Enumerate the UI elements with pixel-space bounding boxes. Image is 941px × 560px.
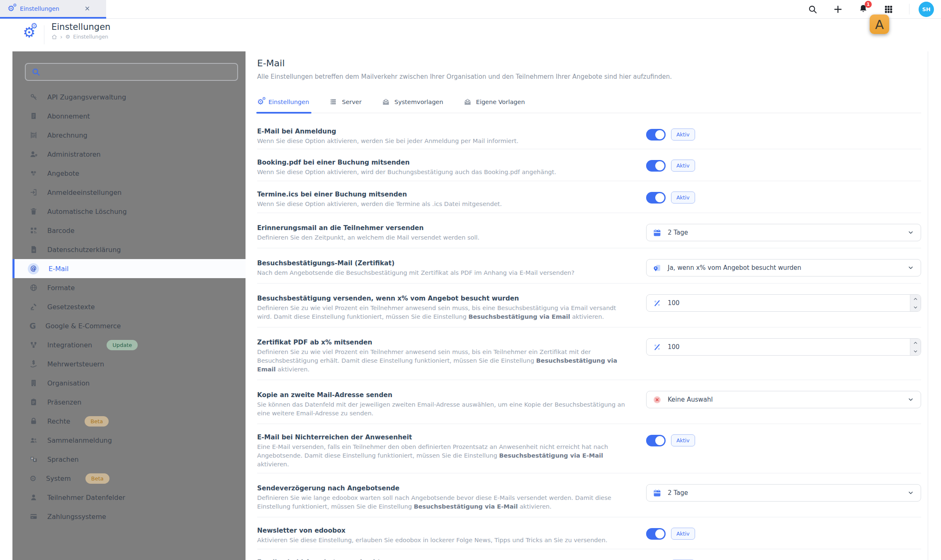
setting-description: Wenn Sie diese Option aktivieren, wird d… <box>257 168 626 177</box>
settings-row: Besuchsbestätigungs-Mail (Zertifikat)Nac… <box>257 248 921 284</box>
apps-grid-icon[interactable] <box>884 5 893 14</box>
search-icon[interactable] <box>808 5 817 14</box>
sidebar-item-system[interactable]: ⚙SystemBeta <box>12 469 246 488</box>
toggle-switch[interactable] <box>646 528 666 540</box>
sidebar-item-angebote[interactable]: Angebote <box>12 164 246 183</box>
sidebar-item-sammelanmeldung[interactable]: Sammelanmeldung <box>12 431 246 450</box>
top-bar: ⚙⚙ Einstellungen 1 SH <box>0 0 941 19</box>
toggle-switch[interactable] <box>646 129 666 141</box>
tax-icon <box>29 360 38 368</box>
sidebar-item-label: Sprachen <box>47 456 79 463</box>
notifications-icon[interactable]: 1 <box>858 4 868 15</box>
browser-tab-einstellungen[interactable]: ⚙⚙ Einstellungen <box>0 0 106 19</box>
sidebar-item-formate[interactable]: Formate <box>12 278 246 297</box>
spinner-down[interactable] <box>910 347 921 355</box>
tab-systemvorlagen[interactable]: Systemvorlagen <box>382 98 443 113</box>
sidebar-item-zahlungssysteme[interactable]: Zahlungssysteme <box>12 507 246 526</box>
select-field[interactable]: Keine Auswahl <box>646 391 921 408</box>
sidebar-item-google-e-commerce[interactable]: GGoogle & E-Commerce <box>12 316 246 335</box>
setting-title: E-Mail bei Nichterreichen der Anwesenhei… <box>257 433 626 442</box>
spinner-up[interactable] <box>910 339 921 347</box>
spinner-down[interactable] <box>910 303 921 311</box>
number-input[interactable]: 100 <box>646 338 921 356</box>
breadcrumb: › ⚙ Einstellungen <box>51 34 110 40</box>
spinner <box>910 295 921 311</box>
sidebar-item-gesetzestexte[interactable]: Gesetzestexte <box>12 297 246 316</box>
close-icon[interactable] <box>84 5 90 12</box>
sidebar-item-automatische-löschung[interactable]: Automatische Löschung <box>12 202 246 221</box>
mailopen-icon <box>382 98 390 106</box>
home-icon[interactable] <box>51 34 57 40</box>
calendar-icon <box>653 489 661 497</box>
settings-row: Kopie an zweite Mail-Adresse sendenSie k… <box>257 380 921 424</box>
select-field[interactable]: Ja, wenn x% vom Angebot besucht wurden <box>646 259 921 276</box>
sidebar-item-rechte[interactable]: RechteBeta <box>12 412 246 431</box>
sidebar-item-label: System <box>46 475 71 482</box>
settings-row: Zertifikat PDF ab x% mitsendenDefinieren… <box>257 327 921 380</box>
sidebar-item-label: Angebote <box>47 170 79 177</box>
select-field[interactable]: 2 Tage <box>646 224 921 241</box>
sidebar-item-datenschutzerklärung[interactable]: Datenschutzerklärung <box>12 240 246 259</box>
sidebar-item-label: Barcode <box>47 227 75 235</box>
sidebar-item-teilnehmer-datenfelder[interactable]: Teilnehmer Datenfelder <box>12 488 246 507</box>
browser-tab-label: Einstellungen <box>20 5 59 12</box>
sidebar-item-label: Integrationen <box>47 341 92 349</box>
setting-description: Definieren Sie den Zeitpunkt, an welchem… <box>257 233 626 242</box>
setting-title: Erinnerungsmail an die Teilnehmer versen… <box>257 224 626 233</box>
sidebar-item-sprachen[interactable]: AESprachen <box>12 450 246 469</box>
number-input[interactable]: 100 <box>646 294 921 312</box>
spinner <box>910 339 921 355</box>
plus-icon[interactable] <box>833 5 843 14</box>
tab-label: Eigene Vorlagen <box>476 99 525 105</box>
toggle-switch[interactable] <box>646 192 666 204</box>
sidebar-item-label: Präsenzen <box>47 398 81 406</box>
sidebar-item-abonnement[interactable]: Abonnement <box>12 107 246 126</box>
setting-title: Besuchsbestätigungs-Mail (Zertifikat) <box>257 259 626 268</box>
setting-description: Definieren Sie zu wie viel Prozent ein T… <box>257 304 626 321</box>
setting-title: Email sobald Angebot ausgebucht <box>257 558 626 560</box>
doc-icon <box>29 245 38 254</box>
avatar[interactable]: SH <box>919 2 934 17</box>
status-badge: Aktiv <box>671 434 695 446</box>
admin-icon <box>29 150 38 158</box>
search-input[interactable] <box>44 68 231 76</box>
mailopen-icon <box>464 98 472 106</box>
sidebar-item-mehrwertsteuern[interactable]: Mehrwertsteuern <box>12 354 246 373</box>
tab-label: Server <box>342 99 362 105</box>
sidebar-item-e-mail[interactable]: @E-Mail <box>12 259 246 278</box>
breadcrumb-gear-icon: ⚙ <box>66 34 71 39</box>
sidebar-item-anmeldeeinstellungen[interactable]: Anmeldeeinstellungen <box>12 183 246 202</box>
sidebar-item-integrationen[interactable]: IntegrationenUpdate <box>12 335 246 354</box>
toggle-switch[interactable] <box>646 435 666 446</box>
tab-einstellungen[interactable]: ⚙⚙Einstellungen <box>257 98 309 113</box>
sidebar-item-abrechnung[interactable]: Abrechnung <box>12 126 246 145</box>
select-field[interactable]: 2 Tage <box>646 484 921 502</box>
sidebar-item-administratoren[interactable]: Administratoren <box>12 145 246 164</box>
status-badge: Aktiv <box>671 160 695 172</box>
setting-title: Sendeverzögerung nach Angebotsende <box>257 484 626 493</box>
gears-icon: ⚙⚙ <box>257 98 264 106</box>
settings-row: Termine.ics bei einer Buchung mitsendenW… <box>257 181 921 213</box>
sidebar-item-label: E-Mail <box>49 265 68 273</box>
chevron-down-icon <box>907 264 914 271</box>
sidebar-item-präsenzen[interactable]: Präsenzen <box>12 393 246 412</box>
tab-server[interactable]: Server <box>329 98 362 113</box>
sidebar-item-barcode[interactable]: Barcode <box>12 221 246 240</box>
sidebar-item-api-zugangsverwaltung[interactable]: API Zugangsverwaltung <box>12 87 246 107</box>
server-icon <box>329 98 337 106</box>
sidebar-item-label: API Zugangsverwaltung <box>47 93 126 101</box>
settings-row: Newsletter von edooboxAktivieren Sie die… <box>257 517 921 549</box>
setting-description: Nach dem Angebotsende die Besuchsbestäti… <box>257 269 626 277</box>
spinner-up[interactable] <box>910 295 921 303</box>
sidebar-search[interactable] <box>25 63 238 81</box>
nodes-icon <box>29 341 38 349</box>
at-icon: @ <box>28 263 39 274</box>
tab-eigene-vorlagen[interactable]: Eigene Vorlagen <box>464 98 525 113</box>
sidebar-item-organisation[interactable]: Organisation <box>12 373 246 393</box>
setting-title: Zertifikat PDF ab x% mitsenden <box>257 338 626 347</box>
setting-description: Wenn Sie diese Option aktivieren, werden… <box>257 137 626 145</box>
toggle-switch[interactable] <box>646 160 666 172</box>
google-g-icon: G <box>29 322 36 330</box>
chevron-down-icon <box>907 229 914 236</box>
setting-title: Termine.ics bei einer Buchung mitsenden <box>257 190 626 199</box>
